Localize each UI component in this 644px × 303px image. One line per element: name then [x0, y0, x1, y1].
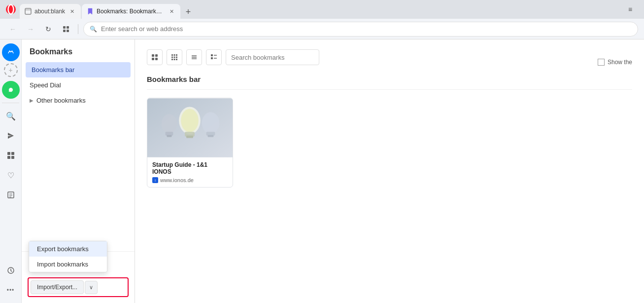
svg-rect-26 [171, 57, 173, 58]
svg-rect-31 [176, 59, 177, 60]
svg-point-44 [181, 109, 199, 132]
svg-point-0 [6, 4, 16, 14]
svg-rect-6 [63, 30, 66, 32]
search-bookmarks-input[interactable] [226, 49, 319, 65]
sidebar-icon-heart[interactable]: ♡ [2, 166, 20, 184]
tab-bookmarks-close[interactable]: ✕ [168, 7, 175, 15]
svg-rect-20 [155, 54, 158, 57]
svg-rect-11 [11, 152, 14, 155]
svg-point-40 [162, 114, 177, 134]
svg-rect-10 [7, 152, 10, 155]
tab-bookmarks-title: Bookmarks: Bookmarks bar [97, 8, 165, 15]
svg-rect-12 [7, 156, 10, 159]
grid-view-button[interactable] [59, 22, 73, 36]
tab-blank[interactable]: about:blank ✕ [20, 4, 81, 19]
svg-rect-48 [206, 132, 215, 136]
address-bar[interactable]: 🔍 [83, 22, 638, 37]
svg-rect-37 [211, 57, 213, 59]
sidebar-icon-send[interactable] [2, 127, 20, 145]
other-bookmarks-chevron: ▶ [30, 98, 34, 103]
bookmark-thumbnail-ionos [147, 98, 233, 157]
content-header-row: Show the [147, 49, 632, 75]
toolbar-list[interactable] [186, 49, 202, 65]
sidebar-icons: + 🔍 ♡ ••• [0, 39, 22, 303]
bookmarks-panel: Bookmarks Bookmarks bar Speed Dial ▶ Oth… [22, 39, 135, 303]
sidebar-icon-news[interactable] [2, 186, 20, 204]
tabs-area: about:blank ✕ Bookmarks: Bookmarks bar ✕… [20, 0, 618, 19]
import-export-chevron-button[interactable]: ∨ [85, 281, 98, 294]
section-title: Bookmarks bar [147, 75, 632, 90]
toolbar-grid-small[interactable] [167, 49, 182, 65]
svg-rect-2 [25, 8, 31, 14]
export-bookmarks-item[interactable]: Export bookmarks [29, 241, 107, 257]
title-bar-right: ≡ [620, 5, 640, 13]
svg-rect-46 [186, 136, 193, 138]
svg-rect-24 [174, 54, 175, 56]
import-export-button[interactable]: Import/Export... [31, 280, 84, 294]
bookmark-card-info-ionos: Startup Guide - 1&1 IONOS i www.ionos.de [147, 157, 233, 187]
bookmarks-panel-title: Bookmarks [22, 39, 135, 60]
browser-frame: about:blank ✕ Bookmarks: Bookmarks bar ✕… [0, 0, 644, 303]
bookmark-card-title-ionos: Startup Guide - 1&1 IONOS [152, 161, 228, 175]
tab-bookmarks-favicon [87, 8, 94, 15]
main-area: + 🔍 ♡ ••• Bookmarks [0, 39, 644, 303]
import-export-area: Export bookmarks Import bookmarks Import… [28, 277, 129, 297]
svg-rect-4 [63, 26, 66, 29]
svg-rect-42 [167, 135, 172, 137]
browser-menu-icon[interactable]: ≡ [628, 5, 632, 13]
show-toolbar-checkbox[interactable] [598, 59, 605, 66]
svg-point-47 [202, 112, 220, 133]
bookmarks-content: Show the Bookmarks bar [135, 39, 644, 303]
svg-rect-23 [171, 54, 173, 56]
svg-rect-29 [171, 59, 173, 60]
svg-rect-5 [67, 26, 69, 29]
bookmark-card-ionos[interactable]: Startup Guide - 1&1 IONOS i www.ionos.de [147, 98, 233, 188]
back-button[interactable]: ← [6, 22, 20, 36]
svg-rect-7 [67, 30, 69, 32]
svg-rect-13 [11, 156, 14, 159]
tab-blank-close[interactable]: ✕ [68, 7, 76, 15]
tab-blank-title: about:blank [34, 8, 65, 15]
reload-button[interactable]: ↻ [41, 22, 55, 36]
opera-logo [4, 2, 18, 16]
nav-item-bookmarks-bar[interactable]: Bookmarks bar [26, 62, 131, 77]
nav-item-other-bookmarks[interactable]: ▶ Other bookmarks [22, 93, 135, 108]
show-toolbar-area: Show the [598, 59, 632, 66]
tab-blank-favicon [25, 8, 32, 15]
sidebar-icon-messenger[interactable] [2, 43, 20, 61]
sidebar-icon-add[interactable]: + [4, 63, 18, 77]
forward-button[interactable]: → [24, 22, 37, 36]
svg-rect-35 [211, 54, 213, 56]
bookmarks-footer: Trash Export bookmarks Import bookmarks … [22, 251, 135, 303]
import-bookmarks-item[interactable]: Import bookmarks [29, 257, 107, 272]
svg-rect-49 [208, 135, 214, 137]
sidebar-icon-search[interactable]: 🔍 [2, 107, 20, 125]
svg-rect-21 [152, 58, 154, 60]
sidebar-icon-history[interactable] [2, 262, 20, 279]
nav-bar: ← → ↻ 🔍 [0, 19, 644, 39]
svg-rect-27 [174, 57, 175, 58]
svg-rect-19 [152, 54, 154, 57]
nav-item-speed-dial[interactable]: Speed Dial [22, 77, 135, 93]
sidebar-icon-apps[interactable] [2, 147, 20, 164]
tab-bookmarks[interactable]: Bookmarks: Bookmarks bar ✕ [82, 4, 180, 19]
search-icon: 🔍 [90, 26, 97, 33]
svg-rect-22 [155, 58, 158, 60]
bookmark-cards: Startup Guide - 1&1 IONOS i www.ionos.de [147, 98, 632, 188]
svg-rect-25 [176, 54, 177, 56]
svg-rect-28 [176, 57, 177, 58]
svg-rect-41 [166, 132, 173, 136]
sidebar-icon-more[interactable]: ••• [2, 281, 20, 299]
bookmarks-toolbar [147, 49, 319, 65]
bookmark-card-url-ionos: i www.ionos.de [152, 177, 228, 183]
toolbar-grid-large[interactable] [147, 49, 163, 65]
bookmark-favicon-ionos: i [152, 177, 158, 183]
sidebar-icon-whatsapp[interactable] [2, 81, 20, 99]
title-bar: about:blank ✕ Bookmarks: Bookmarks bar ✕… [0, 0, 644, 19]
svg-rect-30 [174, 59, 175, 60]
show-toolbar-label: Show the [608, 59, 632, 66]
toolbar-details[interactable] [206, 49, 222, 65]
address-input[interactable] [101, 25, 632, 33]
new-tab-button[interactable]: + [181, 5, 195, 19]
bookmarks-nav: Bookmarks bar Speed Dial ▶ Other bookmar… [22, 60, 135, 251]
